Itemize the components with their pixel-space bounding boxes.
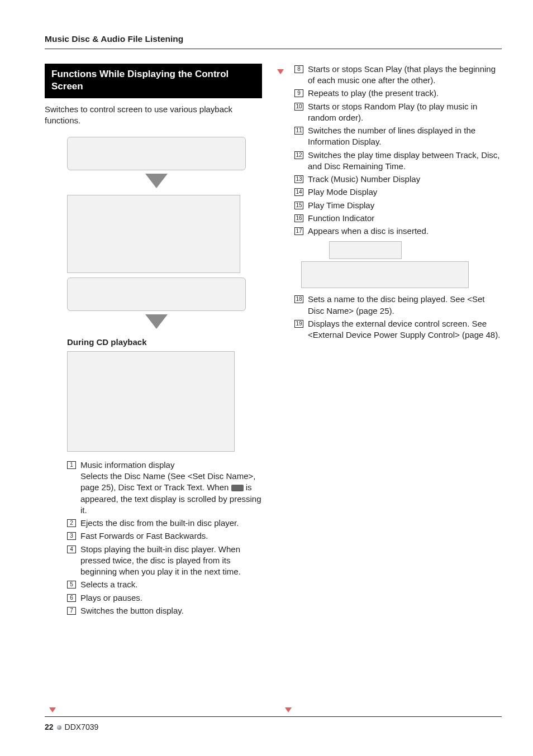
callout-number: 14 bbox=[294, 188, 303, 196]
callout-item: 4 Stops playing the built-in disc player… bbox=[67, 544, 262, 578]
callout-number: 10 bbox=[294, 103, 303, 111]
callout-item: 3 Fast Forwards or Fast Backwards. bbox=[67, 530, 262, 542]
callout-item: 1 Music information display Selects the … bbox=[67, 460, 262, 516]
callout-number: 4 bbox=[67, 546, 76, 553]
callout-text: Switches the button display. bbox=[80, 605, 262, 616]
callout-text: Function Indicator bbox=[308, 213, 502, 224]
callout-list-right-b: 18Sets a name to the disc being played. … bbox=[294, 294, 502, 341]
column-continuation-marker-right bbox=[285, 707, 292, 712]
callout-number: 2 bbox=[67, 519, 76, 527]
callout-item: 16Function Indicator bbox=[294, 213, 502, 224]
callout-text: Starts or stops Scan Play (that plays th… bbox=[308, 64, 502, 87]
callout-item: 12Switches the play time display between… bbox=[294, 150, 502, 173]
page-number: 22 bbox=[45, 722, 54, 733]
callout-item: 10Starts or stops Random Play (to play m… bbox=[294, 101, 502, 124]
figure-device-top-1 bbox=[67, 137, 246, 170]
callout-text: Switches the number of lines displayed i… bbox=[308, 125, 502, 148]
callout-text: Selects a track. bbox=[80, 579, 262, 590]
callout-number: 15 bbox=[294, 202, 303, 209]
arrow-down-icon bbox=[145, 314, 168, 329]
arrow-down-icon bbox=[145, 174, 168, 188]
callout-text: Switches the play time display between T… bbox=[308, 150, 502, 173]
callout-item: 14Play Mode Display bbox=[294, 186, 502, 198]
callout-number: 3 bbox=[67, 532, 76, 540]
scroll-icon bbox=[231, 485, 244, 491]
callout-text: Repeats to play (the present track). bbox=[308, 88, 502, 99]
callout-text: Play Mode Display bbox=[308, 186, 502, 198]
figure-device-top-2 bbox=[67, 277, 246, 311]
callout-item: 13Track (Music) Number Display bbox=[294, 174, 502, 185]
callout-number: 7 bbox=[67, 607, 76, 615]
callout-item: 6 Plays or pauses. bbox=[67, 592, 262, 604]
callout-item: 18Sets a name to the disc being played. … bbox=[294, 294, 502, 317]
callout-text: Starts or stops Random Play (to play mus… bbox=[308, 101, 502, 124]
callout-list-right-a: 8Starts or stops Scan Play (that plays t… bbox=[294, 64, 502, 237]
callout-list-left: 1 Music information display Selects the … bbox=[67, 460, 262, 616]
subsection-heading-box: Functions While Displaying the Control S… bbox=[45, 64, 262, 98]
callout-text: Stops playing the built-in disc player. … bbox=[80, 544, 262, 578]
callout-item: 19Displays the external device control s… bbox=[294, 318, 502, 341]
figure-screen-playback bbox=[67, 195, 240, 273]
callout-item: 7 Switches the button display. bbox=[67, 605, 262, 616]
callout-number: 16 bbox=[294, 214, 303, 222]
column-continuation-marker-top bbox=[277, 69, 284, 74]
callout-number: 12 bbox=[294, 151, 303, 159]
callout-item: 17Appears when a disc is inserted. bbox=[294, 226, 502, 237]
page-footer: 22 DDX7039 bbox=[45, 722, 98, 733]
callout-number: 9 bbox=[294, 89, 303, 97]
callout-number: 1 bbox=[67, 461, 76, 469]
sub-heading-cd-playback: During CD playback bbox=[67, 337, 262, 348]
callout-item: 8Starts or stops Scan Play (that plays t… bbox=[294, 64, 502, 87]
callout-item: 11Switches the number of lines displayed… bbox=[294, 125, 502, 148]
callout-text: Sets a name to the disc being played. Se… bbox=[308, 294, 502, 317]
two-column-layout: Functions While Displaying the Control S… bbox=[45, 64, 502, 618]
callout-number: 17 bbox=[294, 227, 303, 235]
figure-playback-icons bbox=[329, 241, 402, 259]
callout-number: 11 bbox=[294, 127, 303, 135]
callout-text: Plays or pauses. bbox=[80, 592, 262, 604]
section-title: Music Disc & Audio File Listening bbox=[45, 34, 502, 49]
callout-text: Play Time Display bbox=[308, 200, 502, 211]
callout-text: Ejects the disc from the built-in disc p… bbox=[80, 518, 262, 529]
intro-text: Switches to control screen to use variou… bbox=[45, 104, 262, 127]
model-name: DDX7039 bbox=[65, 722, 99, 733]
callout-number: 6 bbox=[67, 594, 76, 602]
callout-text: Appears when a disc is inserted. bbox=[308, 226, 502, 237]
callout-text: Fast Forwards or Fast Backwards. bbox=[80, 530, 262, 542]
callout-number: 13 bbox=[294, 175, 303, 183]
callout-number: 8 bbox=[294, 65, 303, 73]
footer-dot-icon bbox=[57, 725, 61, 730]
right-column: 8Starts or stops Scan Play (that plays t… bbox=[284, 64, 502, 618]
figure-cd-playback-annotated bbox=[67, 351, 235, 452]
callout-item: 9Repeats to play (the present track). bbox=[294, 88, 502, 99]
footer-rule bbox=[45, 716, 502, 717]
callout-number: 18 bbox=[294, 295, 303, 303]
callout-text: Track (Music) Number Display bbox=[308, 174, 502, 185]
callout-text: Displays the external device control scr… bbox=[308, 318, 502, 341]
left-column: Functions While Displaying the Control S… bbox=[45, 64, 262, 618]
callout-item: 5 Selects a track. bbox=[67, 579, 262, 590]
callout-number: 5 bbox=[67, 581, 76, 588]
column-continuation-marker-left bbox=[49, 707, 56, 712]
callout-text: Music information display Selects the Di… bbox=[80, 460, 262, 516]
figure-status-bar-annotated bbox=[301, 261, 469, 288]
callout-number: 19 bbox=[294, 320, 303, 328]
callout-item: 2 Ejects the disc from the built-in disc… bbox=[67, 518, 262, 529]
callout-item: 15Play Time Display bbox=[294, 200, 502, 211]
